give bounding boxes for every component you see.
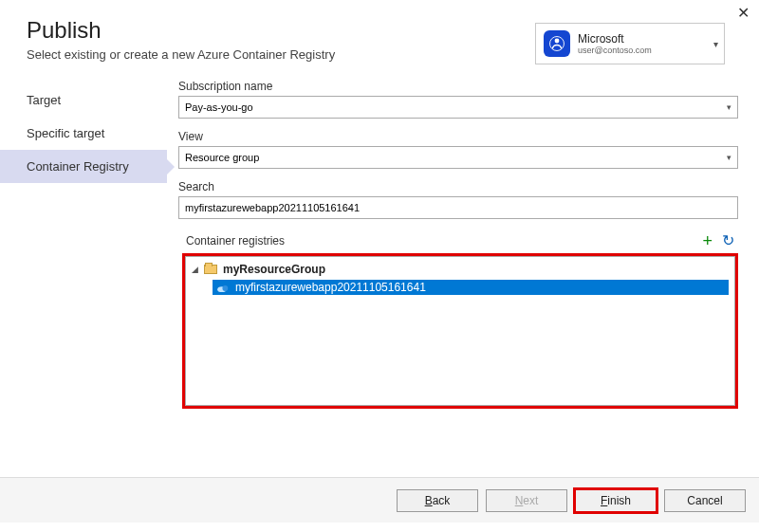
form-area: Subscription name Pay-as-you-go ▾ View R… [167, 78, 738, 438]
account-badge-icon [544, 30, 570, 57]
back-button[interactable]: Back [397, 489, 478, 512]
subscription-value: Pay-as-you-go [185, 101, 253, 113]
page-title: Publish [27, 17, 335, 44]
chevron-down-icon: ▾ [727, 153, 731, 162]
close-icon[interactable]: ✕ [737, 6, 750, 21]
finish-button[interactable]: Finish [575, 489, 657, 512]
chevron-down-icon: ▾ [727, 102, 731, 112]
search-label: Search [178, 180, 738, 193]
tree-header: Container registries + ↻ [178, 232, 738, 249]
subscription-label: Subscription name [178, 80, 738, 93]
registry-tree[interactable]: ◢ myResourceGroup myfirstazurewebapp2021… [185, 256, 735, 406]
view-value: Resource group [185, 152, 259, 163]
registry-icon [216, 283, 230, 292]
account-name: Microsoft [578, 32, 652, 46]
wizard-nav: Target Specific target Container Registr… [0, 78, 167, 438]
account-email: user@contoso.com [578, 46, 652, 55]
tree-label: Container registries [178, 234, 285, 248]
account-selector[interactable]: Microsoft user@contoso.com ▾ [535, 23, 725, 64]
tree-highlight: ◢ myResourceGroup myfirstazurewebapp2021… [182, 253, 738, 409]
header-text: Publish Select existing or create a new … [27, 17, 335, 62]
dialog-header: Publish Select existing or create a new … [0, 0, 759, 70]
next-button: Next [486, 489, 567, 512]
cancel-button[interactable]: Cancel [664, 489, 746, 512]
registry-item[interactable]: myfirstazurewebapp20211105161641 [213, 280, 729, 295]
page-subtitle: Select existing or create a new Azure Co… [27, 47, 335, 62]
dialog-footer: Back Next Finish Cancel [0, 477, 759, 523]
search-input[interactable] [178, 196, 738, 219]
chevron-down-icon: ▾ [713, 39, 718, 49]
tree-actions: + ↻ [702, 232, 734, 249]
account-text: Microsoft user@contoso.com [578, 32, 652, 55]
resource-group-name: myResourceGroup [223, 263, 325, 276]
registry-item-label: myfirstazurewebapp20211105161641 [235, 281, 426, 294]
view-select[interactable]: Resource group ▾ [178, 146, 738, 169]
view-label: View [178, 130, 738, 143]
subscription-select[interactable]: Pay-as-you-go ▾ [178, 96, 738, 119]
refresh-icon[interactable]: ↻ [722, 233, 734, 248]
svg-point-0 [555, 39, 560, 44]
publish-dialog: ✕ Publish Select existing or create a ne… [0, 0, 759, 532]
tree-group-row[interactable]: ◢ myResourceGroup [192, 261, 729, 278]
dialog-body: Target Specific target Container Registr… [0, 70, 759, 438]
svg-point-3 [222, 285, 228, 291]
nav-specific-target[interactable]: Specific target [0, 117, 167, 150]
expand-icon[interactable]: ◢ [192, 265, 198, 274]
nav-target[interactable]: Target [0, 83, 167, 117]
add-icon[interactable]: + [702, 232, 713, 249]
folder-icon [204, 265, 217, 274]
nav-container-registry[interactable]: Container Registry [0, 150, 167, 183]
